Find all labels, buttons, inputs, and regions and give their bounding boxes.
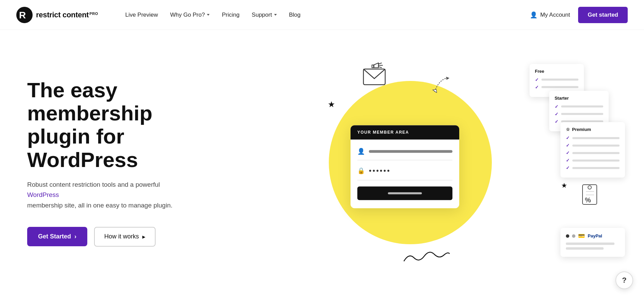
svg-text:%: % (585, 196, 591, 204)
wordpress-link[interactable]: WordPress (27, 191, 59, 198)
user-field-icon: 👤 (357, 148, 365, 155)
wave-decoration (402, 248, 450, 266)
chevron-down-icon (207, 14, 210, 16)
play-icon: ▸ (142, 233, 145, 240)
logo-icon: R (16, 7, 33, 23)
pricing-premium-title: ☆ Premium (566, 127, 620, 132)
pricing-premium-row-5: ✓ (566, 165, 620, 170)
pricing-premium-row-2: ✓ (566, 143, 620, 148)
nav-blog[interactable]: Blog (289, 12, 301, 18)
nav-support[interactable]: Support (252, 12, 277, 18)
pricing-premium-row-1: ✓ (566, 135, 620, 140)
header-get-started-button[interactable]: Get started (578, 7, 628, 23)
pricing-premium-card: ☆ Premium ✓ ✓ ✓ ✓ ✓ (560, 122, 625, 178)
check-icon: ✓ (566, 143, 570, 148)
my-account-label: My Account (540, 12, 570, 18)
svg-text:R: R (19, 10, 26, 20)
lock-field-icon: 🔒 (357, 167, 365, 174)
hero-title: The easy membership plugin for WordPress (27, 79, 204, 171)
logo-pro: PRO (89, 12, 98, 16)
member-card-body: 👤 🔒 •••••• (351, 139, 459, 208)
pricing-premium-row-3: ✓ (566, 150, 620, 155)
svg-marker-8 (445, 76, 449, 80)
paypal-line-1 (566, 243, 614, 245)
password-dots: •••••• (369, 166, 391, 175)
credit-card-icon: 💳 (578, 233, 585, 239)
check-icon: ✓ (535, 77, 539, 82)
my-account-link[interactable]: 👤 My Account (530, 11, 570, 19)
svg-marker-3 (374, 63, 378, 68)
coupon-tag-icon: % (580, 181, 600, 212)
check-icon: ✓ (566, 135, 570, 140)
check-icon: ✓ (566, 165, 570, 170)
megaphone-envelope-icon (361, 62, 388, 94)
hero-left: The easy membership plugin for WordPress… (27, 79, 204, 247)
hero-section: The easy membership plugin for WordPress… (0, 30, 644, 288)
svg-marker-9 (433, 89, 437, 94)
logo-text: restrict content (36, 11, 89, 19)
how-it-works-button[interactable]: How it works ▸ (94, 227, 156, 247)
hero-illustration: ★ ★ YOUR ME (204, 50, 617, 275)
star-decoration-1: ★ (328, 100, 335, 109)
pricing-free-title: Free (535, 69, 578, 74)
star-icon: ☆ (566, 127, 570, 132)
header: R restrict contentPRO Live Preview Why G… (0, 0, 644, 30)
logo[interactable]: R restrict contentPRO (16, 7, 98, 23)
hero-buttons: Get Started › How it works ▸ (27, 227, 204, 247)
svg-line-5 (378, 63, 382, 64)
get-started-button[interactable]: Get Started › (27, 227, 87, 246)
pricing-starter-row-2: ✓ (555, 112, 603, 117)
svg-line-7 (378, 67, 382, 68)
pricing-free-row-1: ✓ (535, 77, 578, 82)
help-button[interactable]: ? (615, 271, 633, 288)
member-area-header: YOUR MEMBER AREA (351, 125, 459, 139)
paypal-icons-row: 💳 PayPal (566, 233, 620, 239)
pricing-premium-row-4: ✓ (566, 158, 620, 163)
check-icon: ✓ (555, 119, 558, 124)
check-icon: ✓ (566, 158, 570, 163)
pricing-free-row-2: ✓ (535, 85, 578, 90)
star-decoration-2: ★ (561, 181, 567, 189)
arrow-right-icon: › (74, 233, 76, 240)
hero-subtitle: Robust content restriction tools and a p… (27, 180, 183, 211)
username-field: 👤 (357, 148, 452, 160)
login-button-line (388, 192, 422, 194)
password-field: 🔒 •••••• (357, 166, 452, 180)
nav-why-go-pro[interactable]: Why Go Pro? (170, 12, 210, 18)
login-button (357, 186, 452, 200)
username-line (369, 150, 452, 153)
header-right: 👤 My Account Get started (530, 7, 628, 23)
main-nav: Live Preview Why Go Pro? Pricing Support… (125, 12, 530, 18)
pricing-starter-title: Starter (555, 96, 603, 101)
check-icon: ✓ (555, 112, 558, 117)
svg-rect-4 (372, 65, 374, 68)
paypal-line-2 (566, 247, 604, 250)
circle-dot-1 (566, 234, 569, 238)
nav-pricing[interactable]: Pricing (222, 12, 239, 18)
check-icon: ✓ (555, 104, 558, 109)
chevron-down-icon (274, 14, 277, 16)
member-area-card: YOUR MEMBER AREA 👤 🔒 •••••• (351, 125, 459, 208)
check-icon: ✓ (535, 85, 539, 90)
paypal-card: 💳 PayPal (560, 228, 625, 257)
user-icon: 👤 (530, 11, 537, 19)
help-label: ? (622, 276, 626, 285)
paypal-text: PayPal (588, 233, 602, 238)
check-icon: ✓ (566, 150, 570, 155)
circle-dot-2 (572, 234, 575, 238)
pricing-starter-row-1: ✓ (555, 104, 603, 109)
nav-live-preview[interactable]: Live Preview (125, 12, 158, 18)
